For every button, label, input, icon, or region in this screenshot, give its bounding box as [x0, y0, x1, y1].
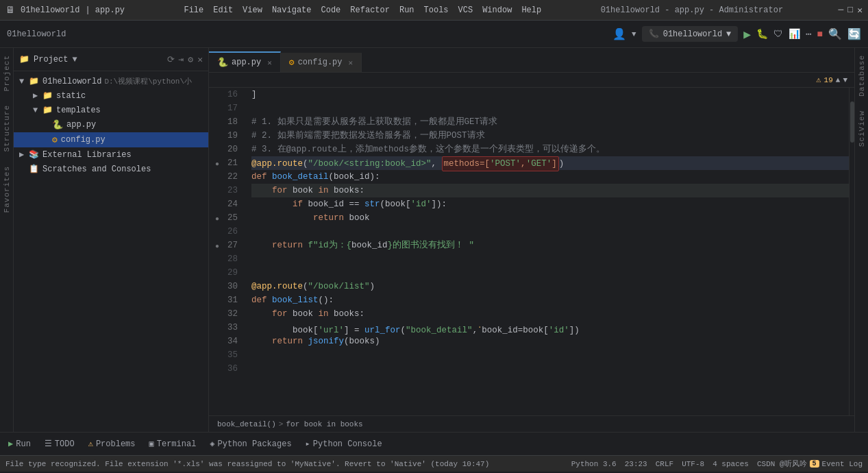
toolbar: 01helloworld 👤 ▼ 📞 01helloworld ▼ ▶ 🐛 🛡 … — [0, 21, 868, 48]
code-line-31: def book_list(): — [251, 293, 849, 307]
bottom-tab-problems[interactable]: ⚠ Problems — [83, 436, 141, 452]
search-button[interactable]: 🔍 — [828, 27, 842, 41]
line-num-17: 17 — [227, 101, 238, 115]
bottom-tab-run[interactable]: ▶ Run — [3, 436, 36, 452]
code-line-21: @app.route("/book/<string:book_id>", met… — [251, 156, 849, 170]
vtab-database[interactable]: Database — [856, 48, 867, 104]
code-line-25: return book — [251, 211, 849, 225]
menu-code[interactable]: Code — [317, 4, 345, 16]
line-ending[interactable]: CRLF — [656, 460, 673, 468]
menu-refactor[interactable]: Refactor — [346, 4, 394, 16]
tree-item-templates[interactable]: ▼ 📁 templates — [14, 103, 208, 117]
profiler-button[interactable]: 📊 — [789, 28, 800, 40]
scroll-up-icon[interactable]: ▲ — [836, 76, 841, 84]
menu-view[interactable]: View — [238, 4, 266, 16]
scratches-icon: 📋 — [29, 164, 39, 174]
code-content[interactable]: ] # 1. 如果只是需要从服务器上获取数据，一般都是用GET请求 # 2. 如… — [243, 88, 849, 415]
line-num-32: 32 — [227, 307, 238, 321]
title-bar: 🖥 01helloworld | app.py File Edit View N… — [0, 0, 868, 21]
vtab-favorites[interactable]: Favorites — [1, 159, 12, 219]
line-num-30: 30 — [227, 280, 238, 293]
vtab-sciview[interactable]: SciView — [856, 104, 867, 154]
menu-file[interactable]: File — [179, 4, 208, 16]
panel-header: 📁 Project ▼ ⟳ ⇥ ⚙ ✕ — [14, 48, 208, 71]
line-num-31: 31 — [227, 293, 238, 307]
run-button[interactable]: ▶ — [743, 27, 751, 42]
position-indicator[interactable]: 23:23 — [625, 460, 647, 468]
folder-icon-templates: 📁 — [42, 105, 53, 115]
terminal-tab-icon: ▣ — [149, 439, 154, 449]
project-panel: 📁 Project ▼ ⟳ ⇥ ⚙ ✕ ▼ 📁 01helloworld D:\… — [14, 48, 209, 432]
vtab-structure[interactable]: Structure — [1, 98, 12, 158]
code-editor[interactable]: 16 17 18 19 20 ●21 22 23 24 ●25 26 ●27 2… — [209, 88, 854, 415]
event-log[interactable]: CSDN @听风吟 5 Event Log — [757, 459, 863, 469]
user-icon[interactable]: 👤 — [612, 27, 626, 41]
editor-area: 🐍 app.py ✕ ⚙ config.py ✕ ⚠ 19 ▲ ▼ — [209, 48, 854, 432]
update-button[interactable]: 🔄 — [847, 27, 861, 41]
tab-icon-configpy: ⚙ — [289, 57, 295, 68]
code-line-34: return jsonify(books) — [251, 335, 849, 348]
menu-tools[interactable]: Tools — [420, 4, 453, 16]
tree-item-configpy[interactable]: ⚙ config.py — [14, 132, 208, 147]
indent[interactable]: 4 spaces — [712, 460, 749, 468]
menu-edit[interactable]: Edit — [209, 4, 237, 16]
root-folder-label: 01helloworld — [42, 77, 101, 86]
tree-item-scratches[interactable]: 📋 Scratches and Consoles — [14, 162, 208, 176]
line-num-29: 29 — [227, 266, 238, 280]
code-line-28 — [251, 252, 849, 266]
tab-close-apppy[interactable]: ✕ — [267, 58, 272, 67]
code-line-20: # 3. 在@app.route上，添加methods参数，这个参数是一个列表类… — [251, 143, 849, 156]
line-num-27: ●27 — [227, 239, 238, 252]
stop-button[interactable]: ■ — [817, 29, 823, 40]
vtab-project[interactable]: Project — [1, 48, 12, 98]
line-num-16: 16 — [227, 88, 238, 101]
debug-button[interactable]: 🐛 — [756, 28, 768, 40]
menu-help[interactable]: Help — [517, 4, 545, 16]
python-version: Python 3.6 — [571, 460, 617, 468]
bottom-tab-todo[interactable]: ☰ TODO — [39, 436, 80, 452]
tree-item-root[interactable]: ▼ 📁 01helloworld D:\视频课程\python\小 — [14, 74, 208, 88]
scratches-label: Scratches and Consoles — [42, 165, 151, 174]
more-icon[interactable]: ⋯ — [806, 28, 811, 40]
sort-icon[interactable]: ⚙ — [188, 54, 193, 65]
line-num-23: 23 — [227, 184, 238, 197]
tab-apppy[interactable]: 🐍 app.py ✕ — [209, 51, 281, 72]
phone-icon: 📞 — [649, 29, 659, 39]
win-close[interactable]: ✕ — [857, 5, 863, 16]
close-panel-icon[interactable]: ✕ — [197, 54, 203, 65]
coverage-button[interactable]: 🛡 — [773, 29, 783, 40]
todo-tab-label: TODO — [55, 439, 75, 449]
menu-window[interactable]: Window — [478, 4, 516, 16]
tab-configpy[interactable]: ⚙ config.py ✕ — [281, 53, 362, 72]
templates-label: templates — [56, 106, 101, 115]
run-config-selector[interactable]: 📞 01helloworld ▼ — [642, 26, 739, 42]
tree-item-apppy[interactable]: 🐍 app.py — [14, 117, 208, 132]
bottom-tab-packages[interactable]: ◈ Python Packages — [204, 436, 297, 452]
breadcrumb-func[interactable]: book_detail() — [217, 420, 276, 428]
scroll-down-icon[interactable]: ▼ — [843, 76, 847, 84]
bottom-tab-terminal[interactable]: ▣ Terminal — [144, 436, 202, 452]
win-minimize[interactable]: ─ — [839, 5, 844, 15]
win-maximize[interactable]: □ — [847, 5, 853, 15]
vertical-scrollbar[interactable] — [849, 88, 854, 415]
bottom-tab-console[interactable]: ▸ Python Console — [300, 436, 388, 452]
tab-close-configpy[interactable]: ✕ — [348, 58, 353, 67]
left-vtabs: Project Structure Favorites — [0, 48, 14, 432]
breadcrumb-context[interactable]: for book in books — [286, 420, 362, 428]
encoding[interactable]: UTF-8 — [682, 460, 704, 468]
collapse-icon[interactable]: ⇥ — [179, 54, 184, 65]
notification-text: File type recognized. File extension '*.… — [5, 460, 489, 468]
menu-vcs[interactable]: VCS — [454, 4, 478, 16]
menu-run[interactable]: Run — [395, 4, 419, 16]
tree-item-static[interactable]: ▶ 📁 static — [14, 88, 208, 103]
code-line-35 — [251, 348, 849, 362]
sync-icon[interactable]: ⟳ — [167, 54, 175, 65]
tree-arrow-templates: ▼ — [33, 106, 42, 115]
line-num-18: 18 — [227, 115, 238, 129]
panel-dropdown-icon[interactable]: ▼ — [72, 55, 77, 64]
tab-icon-apppy: 🐍 — [217, 57, 228, 68]
dropdown-arrow[interactable]: ▼ — [632, 30, 636, 38]
tree-item-extlibs[interactable]: ▶ 📚 External Libraries — [14, 147, 208, 162]
menu-navigate[interactable]: Navigate — [268, 4, 316, 16]
code-line-36 — [251, 362, 849, 376]
